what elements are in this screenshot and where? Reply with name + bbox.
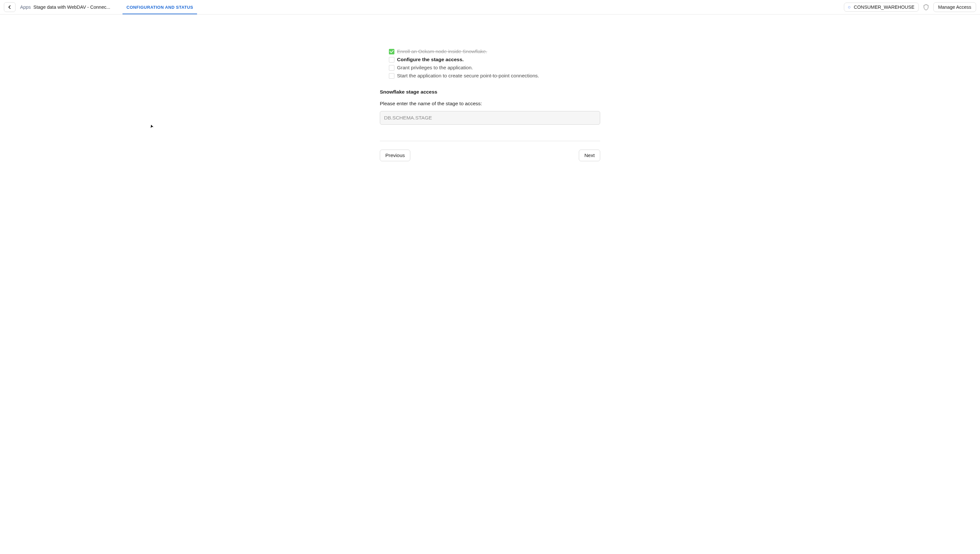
page-header: Apps Stage data with WebDAV - Connec... …: [0, 0, 980, 14]
step-label: Enroll an Ockam node inside Snowflake.: [397, 49, 487, 54]
stage-name-input[interactable]: [380, 111, 600, 125]
step-label: Configure the stage access.: [397, 57, 464, 62]
chevron-left-icon: [8, 5, 12, 9]
mouse-cursor-icon: ➤: [148, 124, 154, 129]
section-label: Please enter the name of the stage to ac…: [380, 101, 600, 107]
breadcrumb: Apps Stage data with WebDAV - Connec...: [20, 5, 110, 10]
checkbox-checked-icon: [389, 49, 394, 54]
shield-icon[interactable]: [923, 4, 929, 10]
step-item: Start the application to create secure p…: [389, 73, 600, 79]
warehouse-name: CONSUMER_WAREHOUSE: [854, 5, 914, 10]
main-content: Enroll an Ockam node inside Snowflake. C…: [380, 14, 600, 161]
checkbox-unchecked-icon: [389, 65, 394, 71]
tab-configuration-and-status[interactable]: CONFIGURATION AND STATUS: [121, 0, 199, 14]
warehouse-selector[interactable]: CONSUMER_WAREHOUSE: [844, 3, 918, 12]
breadcrumb-apps-link[interactable]: Apps: [20, 5, 31, 10]
step-item: Grant privileges to the application.: [389, 65, 600, 71]
back-button[interactable]: [4, 2, 16, 12]
divider: [380, 141, 600, 141]
section-title: Snowflake stage access: [380, 89, 600, 95]
tabs: CONFIGURATION AND STATUS: [121, 0, 199, 14]
checkbox-unchecked-icon: [389, 57, 394, 62]
step-label: Start the application to create secure p…: [397, 73, 539, 79]
step-item: Enroll an Ockam node inside Snowflake.: [389, 49, 600, 54]
previous-button[interactable]: Previous: [380, 150, 410, 161]
step-label: Grant privileges to the application.: [397, 65, 473, 71]
breadcrumb-current: Stage data with WebDAV - Connec...: [34, 5, 110, 10]
checkbox-unchecked-icon: [389, 73, 394, 79]
steps-list: Enroll an Ockam node inside Snowflake. C…: [389, 49, 600, 79]
nav-buttons: Previous Next: [380, 150, 600, 161]
next-button[interactable]: Next: [579, 150, 600, 161]
warehouse-status-dot-icon: [848, 6, 851, 8]
step-item: Configure the stage access.: [389, 57, 600, 62]
manage-access-button[interactable]: Manage Access: [933, 2, 976, 12]
